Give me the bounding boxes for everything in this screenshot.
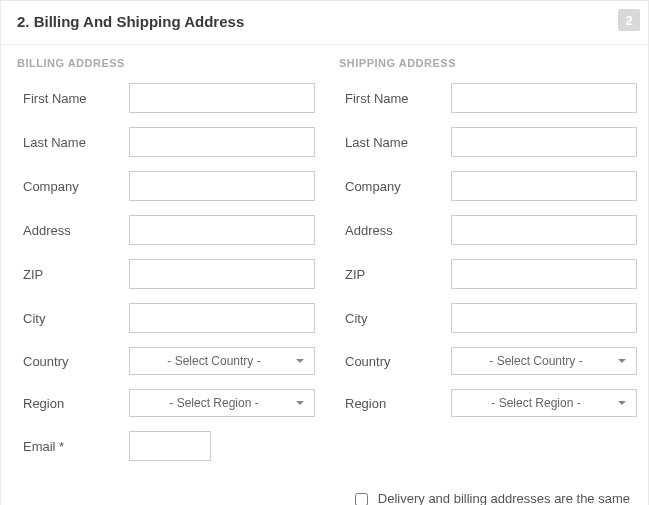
panel-body: BILLING ADDRESS First Name Last Name Com… bbox=[1, 45, 648, 505]
billing-country-label: Country bbox=[17, 354, 129, 369]
billing-address-label: Address bbox=[17, 223, 129, 238]
shipping-column: SHIPPING ADDRESS First Name Last Name Co… bbox=[339, 57, 637, 475]
shipping-city-row: City bbox=[339, 303, 637, 333]
billing-email-input[interactable] bbox=[129, 431, 211, 461]
shipping-address-label: Address bbox=[339, 223, 451, 238]
shipping-zip-row: ZIP bbox=[339, 259, 637, 289]
shipping-zip-label: ZIP bbox=[339, 267, 451, 282]
shipping-country-select[interactable]: - Select Country - bbox=[451, 347, 637, 375]
billing-region-row: Region - Select Region - bbox=[17, 389, 315, 417]
panel-title: 2. Billing And Shipping Address bbox=[17, 13, 632, 30]
billing-last-name-label: Last Name bbox=[17, 135, 129, 150]
billing-first-name-label: First Name bbox=[17, 91, 129, 106]
billing-region-select[interactable]: - Select Region - bbox=[129, 389, 315, 417]
billing-heading: BILLING ADDRESS bbox=[17, 57, 315, 69]
shipping-region-label: Region bbox=[339, 396, 451, 411]
panel-header: 2. Billing And Shipping Address 2 bbox=[1, 1, 648, 45]
shipping-region-select[interactable]: - Select Region - bbox=[451, 389, 637, 417]
shipping-city-input[interactable] bbox=[451, 303, 637, 333]
billing-country-select[interactable]: - Select Country - bbox=[129, 347, 315, 375]
billing-first-name-input[interactable] bbox=[129, 83, 315, 113]
billing-email-row: Email * bbox=[17, 431, 315, 461]
same-address-label: Delivery and billing addresses are the s… bbox=[378, 491, 630, 505]
chevron-down-icon bbox=[618, 401, 626, 405]
billing-last-name-input[interactable] bbox=[129, 127, 315, 157]
billing-region-selected: - Select Region - bbox=[169, 396, 258, 410]
shipping-country-selected: - Select Country - bbox=[489, 354, 582, 368]
step-badge: 2 bbox=[618, 9, 640, 31]
chevron-down-icon bbox=[296, 401, 304, 405]
shipping-last-name-label: Last Name bbox=[339, 135, 451, 150]
billing-country-selected: - Select Country - bbox=[167, 354, 260, 368]
billing-column: BILLING ADDRESS First Name Last Name Com… bbox=[17, 57, 315, 475]
shipping-heading: SHIPPING ADDRESS bbox=[339, 57, 637, 69]
shipping-last-name-input[interactable] bbox=[451, 127, 637, 157]
billing-shipping-panel: 2. Billing And Shipping Address 2 BILLIN… bbox=[0, 0, 649, 505]
shipping-region-row: Region - Select Region - bbox=[339, 389, 637, 417]
billing-zip-input[interactable] bbox=[129, 259, 315, 289]
billing-city-input[interactable] bbox=[129, 303, 315, 333]
shipping-city-label: City bbox=[339, 311, 451, 326]
billing-company-input[interactable] bbox=[129, 171, 315, 201]
billing-zip-label: ZIP bbox=[17, 267, 129, 282]
billing-email-label: Email * bbox=[17, 439, 129, 454]
billing-last-name-row: Last Name bbox=[17, 127, 315, 157]
same-address-row: Delivery and billing addresses are the s… bbox=[17, 491, 632, 505]
shipping-company-label: Company bbox=[339, 179, 451, 194]
billing-city-row: City bbox=[17, 303, 315, 333]
billing-zip-row: ZIP bbox=[17, 259, 315, 289]
shipping-country-row: Country - Select Country - bbox=[339, 347, 637, 375]
billing-region-label: Region bbox=[17, 396, 129, 411]
chevron-down-icon bbox=[296, 359, 304, 363]
billing-address-row: Address bbox=[17, 215, 315, 245]
shipping-company-input[interactable] bbox=[451, 171, 637, 201]
shipping-country-label: Country bbox=[339, 354, 451, 369]
shipping-company-row: Company bbox=[339, 171, 637, 201]
shipping-first-name-row: First Name bbox=[339, 83, 637, 113]
billing-country-row: Country - Select Country - bbox=[17, 347, 315, 375]
shipping-first-name-label: First Name bbox=[339, 91, 451, 106]
billing-first-name-row: First Name bbox=[17, 83, 315, 113]
shipping-address-row: Address bbox=[339, 215, 637, 245]
same-address-checkbox[interactable] bbox=[355, 493, 368, 505]
shipping-last-name-row: Last Name bbox=[339, 127, 637, 157]
billing-company-label: Company bbox=[17, 179, 129, 194]
billing-city-label: City bbox=[17, 311, 129, 326]
shipping-zip-input[interactable] bbox=[451, 259, 637, 289]
billing-address-input[interactable] bbox=[129, 215, 315, 245]
shipping-first-name-input[interactable] bbox=[451, 83, 637, 113]
billing-company-row: Company bbox=[17, 171, 315, 201]
shipping-region-selected: - Select Region - bbox=[491, 396, 580, 410]
chevron-down-icon bbox=[618, 359, 626, 363]
shipping-address-input[interactable] bbox=[451, 215, 637, 245]
